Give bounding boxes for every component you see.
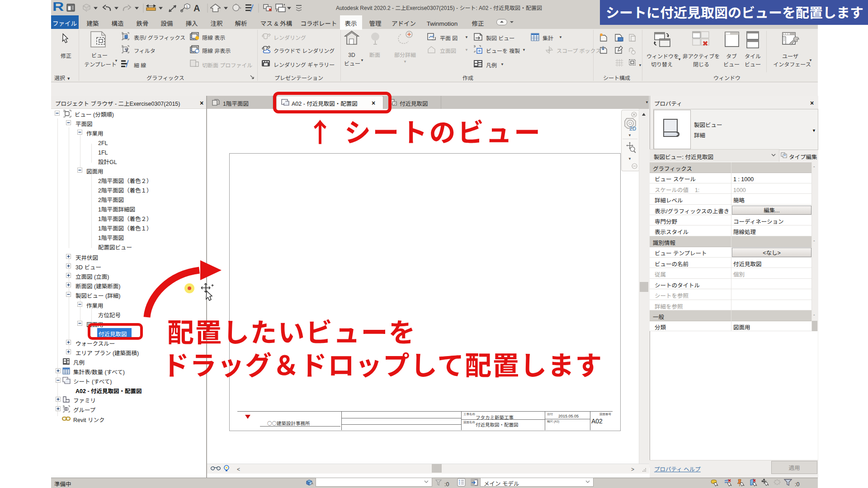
svg-text:2D: 2D bbox=[629, 124, 637, 131]
svg-text:1: 1 bbox=[186, 4, 188, 9]
svg-text:A: A bbox=[193, 3, 200, 13]
